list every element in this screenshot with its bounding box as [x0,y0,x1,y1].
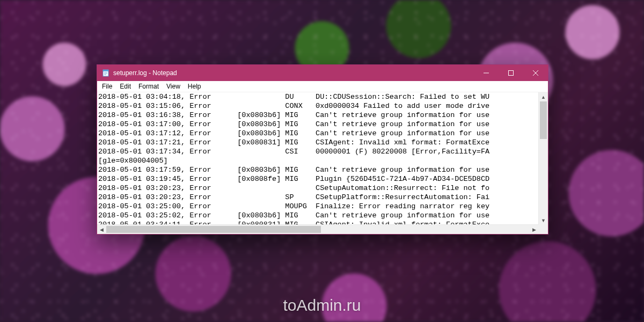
horizontal-scroll-thumb[interactable] [106,226,321,233]
scroll-corner [539,225,548,234]
menu-help[interactable]: Help [184,82,205,91]
horizontal-scrollbar[interactable]: ◀ ▶ [97,224,539,234]
menubar: File Edit Format View Help [97,81,548,92]
menu-format[interactable]: Format [135,82,163,91]
window-controls [474,65,548,81]
scroll-down-icon[interactable]: ▼ [539,216,548,225]
maximize-button[interactable] [499,65,523,81]
svg-rect-6 [509,71,514,76]
content-area: 2018-05-01 03:04:18, Error DU DU::CDUSes… [97,92,548,234]
menu-edit[interactable]: Edit [116,82,135,91]
notepad-app-icon [101,69,110,77]
minimize-button[interactable] [474,65,499,81]
vertical-scroll-thumb[interactable] [540,101,547,139]
scroll-up-icon[interactable]: ▲ [539,92,548,101]
menu-file[interactable]: File [98,82,116,91]
horizontal-scroll-track[interactable] [106,225,530,234]
scroll-right-icon[interactable]: ▶ [530,225,539,234]
close-button[interactable] [523,65,548,81]
titlebar[interactable]: setuperr.log - Notepad [97,65,548,81]
vertical-scroll-track[interactable] [539,101,548,216]
notepad-window: setuperr.log - Notepad File Edit Format … [97,64,548,235]
svg-rect-1 [103,70,108,71]
window-title: setuperr.log - Notepad [113,69,474,77]
vertical-scrollbar[interactable]: ▲ ▼ [538,92,548,225]
text-editor[interactable]: 2018-05-01 03:04:18, Error DU DU::CDUSes… [97,92,539,225]
menu-view[interactable]: View [163,82,184,91]
scroll-left-icon[interactable]: ◀ [97,225,106,234]
